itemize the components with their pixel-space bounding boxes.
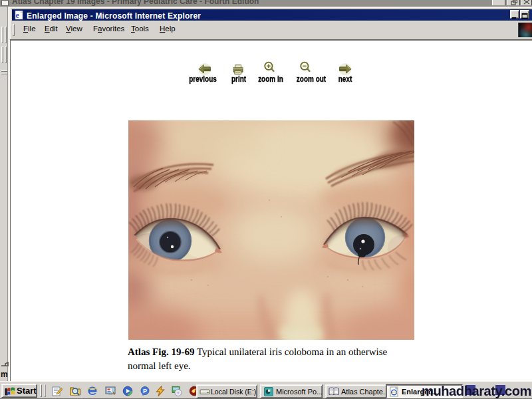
svg-text:P: P	[143, 388, 147, 394]
